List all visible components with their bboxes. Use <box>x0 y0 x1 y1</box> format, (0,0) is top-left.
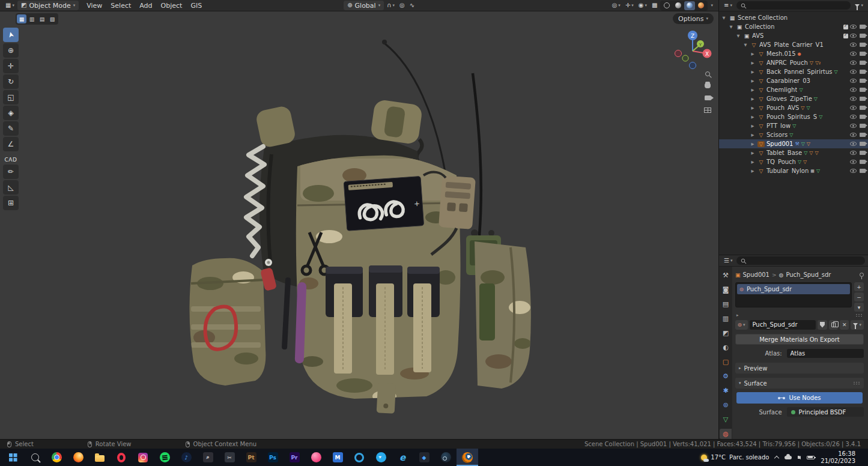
music-app-button[interactable]: ♪ <box>175 449 197 466</box>
expand-arrow-icon[interactable]: ▶ <box>750 133 756 138</box>
eye-icon[interactable] <box>850 133 857 137</box>
snap-toggle[interactable]: ∩▾ <box>385 1 396 10</box>
eye-icon[interactable] <box>850 70 857 74</box>
unlink-material-button[interactable]: ✕ <box>840 320 849 330</box>
search-button[interactable] <box>24 449 46 466</box>
outliner-item[interactable]: ▶▽Gloves_ZipeTie▽ <box>719 94 868 103</box>
steam-button[interactable] <box>435 449 457 466</box>
volume-icon[interactable] <box>798 456 801 459</box>
eye-icon[interactable] <box>850 79 857 83</box>
file-explorer-button[interactable] <box>89 449 111 466</box>
camera-icon[interactable] <box>860 133 866 137</box>
proportional-edit-toggle[interactable]: ◎ <box>398 1 407 10</box>
select-mode-button-1[interactable]: ▦ <box>17 14 26 23</box>
pin-icon[interactable] <box>860 273 864 277</box>
start-button[interactable] <box>2 449 24 466</box>
camera-icon[interactable] <box>860 169 866 173</box>
tab-physics[interactable]: ⊚ <box>720 400 732 410</box>
properties-search[interactable] <box>736 256 865 265</box>
blender-button[interactable] <box>457 449 478 466</box>
expand-arrow-icon[interactable]: ▶ <box>750 79 756 83</box>
gizmos-dropdown[interactable]: ✛▾ <box>624 1 636 10</box>
outliner-item[interactable]: ▶▽Tablet_Base▽▽▽ <box>719 148 868 157</box>
remove-slot-button[interactable]: − <box>854 292 864 301</box>
camera-icon[interactable] <box>860 97 866 101</box>
expand-arrow-icon[interactable]: ▶ <box>750 106 756 110</box>
navigation-gizmo[interactable]: Z X Y <box>673 27 715 70</box>
shading-rendered-button[interactable] <box>696 1 706 10</box>
outliner-item[interactable]: ▶▽PTT_low▽ <box>719 121 868 130</box>
eye-icon[interactable] <box>850 88 857 92</box>
transform-tool[interactable]: ◈ <box>3 106 19 120</box>
taskbar-clock[interactable]: 16:38 21/02/2023 <box>821 450 855 465</box>
tab-particles[interactable]: ✱ <box>720 386 732 396</box>
slot-list[interactable]: ◍Puch_Spud_sdr <box>735 282 852 307</box>
add-slot-button[interactable]: + <box>854 282 864 291</box>
tool-options-button[interactable]: Options ▾ <box>673 13 714 24</box>
properties-editor-button[interactable]: ☰▾ <box>722 256 734 265</box>
battery-icon[interactable] <box>807 456 815 459</box>
mode-dropdown[interactable]: ◩Object Mode▾ <box>17 1 79 10</box>
expand-arrow-icon[interactable]: ▶ <box>750 52 756 56</box>
outliner-filter-button[interactable]: ▾ <box>853 1 865 10</box>
outliner-item[interactable]: ▶▽Back_Pannel_Spirirtus▽ <box>719 67 868 76</box>
capture-app-button[interactable]: ✂ <box>219 449 240 466</box>
cad-ruler-tool[interactable]: ◺ <box>3 180 19 195</box>
transform-orientation-dropdown[interactable]: ⊕Global▾ <box>344 1 384 10</box>
cad-primitive-tool[interactable]: ⊞ <box>3 196 19 210</box>
media-app-button[interactable] <box>305 449 327 466</box>
right-pouch[interactable] <box>472 238 535 392</box>
tab-world[interactable]: ◐ <box>720 342 732 353</box>
outliner-item[interactable]: ▶▽Scisors▽ <box>719 130 868 139</box>
tab-output[interactable]: ▤ <box>720 299 732 309</box>
camera-icon[interactable] <box>860 61 866 65</box>
tweak-select-tool[interactable]: ➤ <box>3 28 19 42</box>
tab-object[interactable]: ▢ <box>720 357 732 367</box>
eye-icon[interactable] <box>850 160 857 164</box>
use-nodes-button[interactable]: Use Nodes <box>736 392 863 404</box>
eye-icon[interactable] <box>850 52 857 56</box>
outliner-item[interactable]: ▼▣AVS <box>719 31 868 40</box>
eye-icon[interactable] <box>850 43 857 47</box>
preview-panel-header[interactable]: ▸ Preview <box>735 363 864 374</box>
menu-select[interactable]: Select <box>106 2 135 10</box>
telegram-button[interactable] <box>370 449 392 466</box>
expand-arrow-icon[interactable]: ▶ <box>750 124 756 129</box>
mail-app-button[interactable]: M <box>327 449 348 466</box>
material-filter-button[interactable]: ▾ <box>851 320 864 330</box>
expand-arrow-icon[interactable]: ▶ <box>750 151 756 156</box>
outliner-item[interactable]: ▶▽Spud001⚒▽▽ <box>719 139 868 148</box>
eye-icon[interactable] <box>850 97 857 101</box>
camera-icon[interactable] <box>860 160 866 164</box>
camera-view-icon[interactable] <box>705 95 711 100</box>
opera-button[interactable] <box>111 449 132 466</box>
checkbox-icon[interactable] <box>843 25 848 29</box>
overlays-dropdown[interactable]: ◉▾ <box>637 1 649 10</box>
merge-materials-button[interactable]: Merge Materials On Export <box>735 334 864 345</box>
eye-icon[interactable] <box>850 106 857 110</box>
camera-icon[interactable] <box>860 52 866 56</box>
camera-icon[interactable] <box>860 70 866 74</box>
expand-arrow-icon[interactable]: ▶ <box>750 61 756 65</box>
camera-icon[interactable] <box>860 25 866 29</box>
search-tool-button[interactable]: ⌕ <box>197 449 219 466</box>
expand-arrow-icon[interactable]: ▸ <box>736 313 739 318</box>
tab-material[interactable]: ◍ <box>720 429 732 439</box>
eye-icon[interactable] <box>850 169 857 173</box>
ptt-device[interactable] <box>439 175 476 229</box>
camera-icon[interactable] <box>860 115 866 119</box>
expand-arrow-icon[interactable]: ▶ <box>750 97 756 101</box>
eye-icon[interactable] <box>850 142 857 146</box>
surface-panel-header[interactable]: ▾ Surface <box>735 378 864 389</box>
select-mode-button-2[interactable]: ▥ <box>27 14 37 23</box>
zoom-icon[interactable] <box>705 71 710 76</box>
camera-icon[interactable] <box>860 151 866 155</box>
move-tool[interactable]: ✛ <box>3 59 19 73</box>
tab-scene[interactable]: ◩ <box>720 328 732 338</box>
spotify-button[interactable] <box>154 449 175 466</box>
tab-view-layer[interactable]: ▥ <box>720 313 732 324</box>
onedrive-icon[interactable] <box>785 456 792 459</box>
camera-icon[interactable] <box>860 43 866 47</box>
magazine-pouches[interactable] <box>326 265 440 375</box>
menu-object[interactable]: Object <box>157 2 187 10</box>
